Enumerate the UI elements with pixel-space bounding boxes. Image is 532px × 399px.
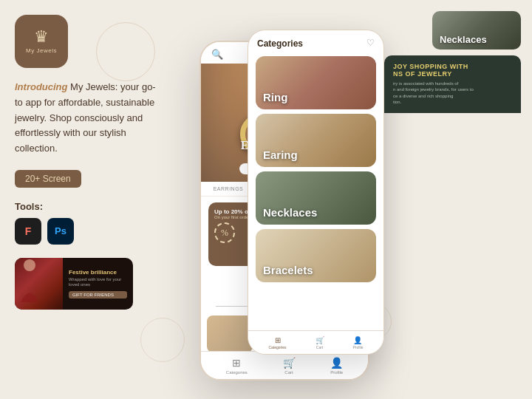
nav-cart[interactable]: 🛒 Cart xyxy=(283,357,296,375)
bottom-navigation: ⊞ Categories 🛒 Cart 👤 Profile xyxy=(201,351,368,379)
tab-earrings[interactable]: EARRINGS xyxy=(214,186,244,191)
crown-icon: ♛ xyxy=(34,29,49,45)
right-phone-mockup: Categories ♡ Ring Earing Necklaces Brace… xyxy=(248,30,384,355)
intro-description: Introducing My Jewels: your go-to app fo… xyxy=(15,80,163,157)
category-necklace-label: Necklaces xyxy=(263,206,317,219)
offer-discount-circle: % xyxy=(214,222,235,243)
photoshop-icon[interactable]: Ps xyxy=(47,218,74,245)
tools-label: Tools: xyxy=(15,201,163,212)
right-phone-header: Categories ♡ xyxy=(248,30,383,53)
rp-nav-cat-label: Categories xyxy=(268,345,286,349)
profile-icon: 👤 xyxy=(330,357,343,369)
rp-nav-cart-label: Cart xyxy=(316,345,323,349)
promo-gift-button[interactable]: GIFT FOR FRIENDS xyxy=(69,291,127,299)
category-earring-label: Earing xyxy=(263,149,298,161)
necklace-corner-label: Necklaces xyxy=(440,34,487,45)
tools-container: F Ps xyxy=(15,218,163,245)
svg-point-0 xyxy=(24,259,35,271)
decorative-circle-2 xyxy=(140,318,185,362)
nav-cart-label: Cart xyxy=(284,370,293,375)
right-phone-bottom-nav: ⊞ Categories 🛒 Cart 👤 Profile xyxy=(248,330,383,354)
rp-nav-cart[interactable]: 🛒 Cart xyxy=(316,336,324,349)
necklace-corner-card: Necklaces xyxy=(432,11,521,50)
category-earring[interactable]: Earing xyxy=(256,114,376,167)
rp-grid-icon: ⊞ xyxy=(275,336,281,344)
rp-cart-icon: 🛒 xyxy=(316,336,324,344)
promo-image xyxy=(15,258,63,310)
category-necklace[interactable]: Necklaces xyxy=(256,171,376,225)
rp-nav-categories[interactable]: ⊞ Categories xyxy=(268,336,286,349)
search-icon[interactable]: 🔍 xyxy=(211,49,223,61)
grid-icon: ⊞ xyxy=(232,357,241,369)
best-seller-item-1[interactable] xyxy=(207,316,253,352)
promo-card[interactable]: Festive brilliance Wrapped with love for… xyxy=(15,258,133,310)
promo-subtitle: Wrapped with love for your loved ones xyxy=(69,277,127,289)
left-panel: ♛ My Jewels Introducing My Jewels: your … xyxy=(15,15,163,310)
intro-label: Introducing xyxy=(15,81,68,92)
rp-nav-profile-label: Profile xyxy=(352,345,363,349)
joy-shopping-banner: JOY SHOPPING WITHNS OF JEWELRY iry is as… xyxy=(384,55,521,113)
right-phone-category-list: Ring Earing Necklaces Bracelets xyxy=(248,53,383,285)
logo-label: My Jewels xyxy=(26,47,57,54)
right-phone-heart-icon[interactable]: ♡ xyxy=(366,38,375,49)
screen-count-badge: 20+ Screen xyxy=(15,170,81,188)
cart-icon: 🛒 xyxy=(283,357,296,369)
joy-banner-title: JOY SHOPPING WITHNS OF JEWELRY xyxy=(393,63,512,78)
category-bracelet[interactable]: Bracelets xyxy=(256,229,376,282)
right-phone-title: Categories xyxy=(257,38,303,49)
joy-banner-text: iry is associated with hundreds ofn and … xyxy=(393,81,512,106)
nav-categories[interactable]: ⊞ Categories xyxy=(226,357,248,375)
percent-icon: % xyxy=(221,228,228,239)
category-ring-label: Ring xyxy=(263,91,287,103)
rp-nav-profile[interactable]: 👤 Profile xyxy=(352,336,363,349)
promo-content: Festive brilliance Wrapped with love for… xyxy=(63,265,133,304)
category-bracelet-label: Bracelets xyxy=(263,264,313,276)
category-ring[interactable]: Ring xyxy=(256,56,376,109)
figma-icon[interactable]: F xyxy=(15,218,41,245)
rp-profile-icon: 👤 xyxy=(353,336,362,344)
nav-categories-label: Categories xyxy=(226,370,248,375)
nav-profile[interactable]: 👤 Profile xyxy=(330,357,343,375)
nav-profile-label: Profile xyxy=(330,370,343,375)
app-logo: ♛ My Jewels xyxy=(15,15,68,68)
promo-title: Festive brilliance xyxy=(69,269,127,276)
